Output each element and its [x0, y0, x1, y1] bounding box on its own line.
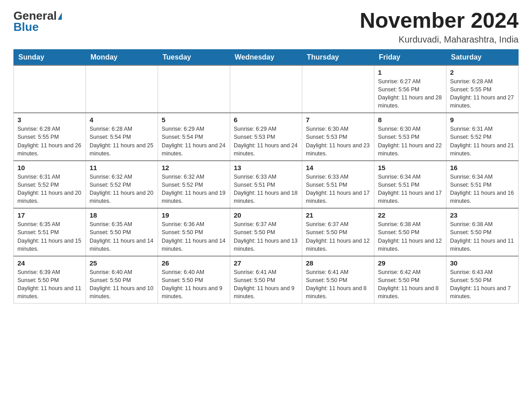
day-info: Sunrise: 6:28 AMSunset: 5:55 PMDaylight:…	[450, 77, 515, 110]
day-cell	[302, 65, 374, 113]
day-info: Sunrise: 6:40 AMSunset: 5:50 PMDaylight:…	[90, 268, 154, 301]
day-cell: 4Sunrise: 6:28 AMSunset: 5:54 PMDaylight…	[86, 113, 158, 161]
day-number: 14	[306, 164, 370, 171]
day-cell: 11Sunrise: 6:32 AMSunset: 5:52 PMDayligh…	[86, 161, 158, 209]
day-cell: 17Sunrise: 6:35 AMSunset: 5:51 PMDayligh…	[14, 208, 86, 256]
day-info: Sunrise: 6:27 AMSunset: 5:56 PMDaylight:…	[378, 77, 442, 110]
day-cell: 29Sunrise: 6:42 AMSunset: 5:50 PMDayligh…	[374, 256, 446, 304]
day-number: 8	[378, 116, 442, 124]
day-cell: 2Sunrise: 6:28 AMSunset: 5:55 PMDaylight…	[446, 65, 519, 113]
week-row-3: 10Sunrise: 6:31 AMSunset: 5:52 PMDayligh…	[14, 161, 519, 209]
day-cell: 22Sunrise: 6:38 AMSunset: 5:50 PMDayligh…	[374, 208, 446, 256]
day-number: 11	[90, 164, 154, 171]
day-info: Sunrise: 6:29 AMSunset: 5:54 PMDaylight:…	[162, 125, 226, 158]
day-info: Sunrise: 6:43 AMSunset: 5:50 PMDaylight:…	[450, 268, 515, 301]
day-number: 15	[378, 164, 442, 171]
day-info: Sunrise: 6:40 AMSunset: 5:50 PMDaylight:…	[162, 268, 226, 301]
day-cell: 8Sunrise: 6:30 AMSunset: 5:53 PMDaylight…	[374, 113, 446, 161]
day-number: 23	[450, 211, 515, 219]
header-row: SundayMondayTuesdayWednesdayThursdayFrid…	[14, 49, 519, 65]
day-cell: 30Sunrise: 6:43 AMSunset: 5:50 PMDayligh…	[446, 256, 519, 304]
day-cell: 15Sunrise: 6:34 AMSunset: 5:51 PMDayligh…	[374, 161, 446, 209]
day-cell: 3Sunrise: 6:28 AMSunset: 5:55 PMDaylight…	[14, 113, 86, 161]
title-area: November 2024 Kurduvadi, Maharashtra, In…	[360, 9, 519, 45]
header-day-wednesday: Wednesday	[230, 49, 302, 65]
day-cell	[158, 65, 230, 113]
day-cell: 24Sunrise: 6:39 AMSunset: 5:50 PMDayligh…	[14, 256, 86, 304]
day-number: 2	[450, 68, 515, 76]
week-row-2: 3Sunrise: 6:28 AMSunset: 5:55 PMDaylight…	[14, 113, 519, 161]
day-info: Sunrise: 6:42 AMSunset: 5:50 PMDaylight:…	[378, 268, 442, 301]
calendar-subtitle: Kurduvadi, Maharashtra, India	[360, 34, 519, 45]
day-cell: 18Sunrise: 6:35 AMSunset: 5:50 PMDayligh…	[86, 208, 158, 256]
day-number: 20	[234, 211, 298, 219]
day-info: Sunrise: 6:34 AMSunset: 5:51 PMDaylight:…	[378, 173, 442, 206]
day-info: Sunrise: 6:29 AMSunset: 5:53 PMDaylight:…	[234, 125, 298, 158]
page-header: General Blue November 2024 Kurduvadi, Ma…	[13, 9, 519, 45]
header-day-saturday: Saturday	[446, 49, 519, 65]
day-cell	[14, 65, 86, 113]
day-number: 17	[17, 211, 82, 219]
day-info: Sunrise: 6:36 AMSunset: 5:50 PMDaylight:…	[162, 220, 226, 253]
day-info: Sunrise: 6:30 AMSunset: 5:53 PMDaylight:…	[378, 125, 442, 158]
header-day-monday: Monday	[86, 49, 158, 65]
day-number: 29	[378, 259, 442, 267]
day-number: 26	[162, 259, 226, 267]
header-day-thursday: Thursday	[302, 49, 374, 65]
week-row-1: 1Sunrise: 6:27 AMSunset: 5:56 PMDaylight…	[14, 65, 519, 113]
header-day-sunday: Sunday	[14, 49, 86, 65]
day-info: Sunrise: 6:33 AMSunset: 5:51 PMDaylight:…	[234, 173, 298, 206]
day-cell: 10Sunrise: 6:31 AMSunset: 5:52 PMDayligh…	[14, 161, 86, 209]
day-info: Sunrise: 6:31 AMSunset: 5:52 PMDaylight:…	[450, 125, 515, 158]
day-number: 16	[450, 164, 515, 171]
day-cell: 26Sunrise: 6:40 AMSunset: 5:50 PMDayligh…	[158, 256, 230, 304]
day-cell: 1Sunrise: 6:27 AMSunset: 5:56 PMDaylight…	[374, 65, 446, 113]
day-cell: 28Sunrise: 6:41 AMSunset: 5:50 PMDayligh…	[302, 256, 374, 304]
day-info: Sunrise: 6:37 AMSunset: 5:50 PMDaylight:…	[234, 220, 298, 253]
day-cell: 20Sunrise: 6:37 AMSunset: 5:50 PMDayligh…	[230, 208, 302, 256]
day-cell: 12Sunrise: 6:32 AMSunset: 5:52 PMDayligh…	[158, 161, 230, 209]
calendar-table: SundayMondayTuesdayWednesdayThursdayFrid…	[13, 49, 519, 304]
day-cell: 23Sunrise: 6:38 AMSunset: 5:50 PMDayligh…	[446, 208, 519, 256]
day-number: 21	[306, 211, 370, 219]
day-cell: 9Sunrise: 6:31 AMSunset: 5:52 PMDaylight…	[446, 113, 519, 161]
day-number: 6	[234, 116, 298, 124]
day-info: Sunrise: 6:28 AMSunset: 5:55 PMDaylight:…	[17, 125, 82, 158]
day-cell: 14Sunrise: 6:33 AMSunset: 5:51 PMDayligh…	[302, 161, 374, 209]
day-number: 1	[378, 68, 442, 76]
day-info: Sunrise: 6:35 AMSunset: 5:51 PMDaylight:…	[17, 220, 82, 253]
day-cell: 27Sunrise: 6:41 AMSunset: 5:50 PMDayligh…	[230, 256, 302, 304]
day-number: 7	[306, 116, 370, 124]
day-cell: 19Sunrise: 6:36 AMSunset: 5:50 PMDayligh…	[158, 208, 230, 256]
logo-triangle-icon	[58, 13, 62, 20]
day-number: 4	[90, 116, 154, 124]
day-info: Sunrise: 6:32 AMSunset: 5:52 PMDaylight:…	[90, 173, 154, 206]
day-number: 30	[450, 259, 515, 267]
day-info: Sunrise: 6:38 AMSunset: 5:50 PMDaylight:…	[378, 220, 442, 253]
week-row-5: 24Sunrise: 6:39 AMSunset: 5:50 PMDayligh…	[14, 256, 519, 304]
day-number: 25	[90, 259, 154, 267]
day-info: Sunrise: 6:30 AMSunset: 5:53 PMDaylight:…	[306, 125, 370, 158]
day-info: Sunrise: 6:41 AMSunset: 5:50 PMDaylight:…	[306, 268, 370, 301]
day-number: 22	[378, 211, 442, 219]
day-number: 18	[90, 211, 154, 219]
day-number: 5	[162, 116, 226, 124]
day-info: Sunrise: 6:33 AMSunset: 5:51 PMDaylight:…	[306, 173, 370, 206]
day-info: Sunrise: 6:39 AMSunset: 5:50 PMDaylight:…	[17, 268, 82, 301]
day-info: Sunrise: 6:31 AMSunset: 5:52 PMDaylight:…	[17, 173, 82, 206]
header-day-friday: Friday	[374, 49, 446, 65]
day-info: Sunrise: 6:37 AMSunset: 5:50 PMDaylight:…	[306, 220, 370, 253]
day-cell: 7Sunrise: 6:30 AMSunset: 5:53 PMDaylight…	[302, 113, 374, 161]
day-number: 3	[17, 116, 82, 124]
day-info: Sunrise: 6:35 AMSunset: 5:50 PMDaylight:…	[90, 220, 154, 253]
day-number: 13	[234, 164, 298, 171]
day-cell: 13Sunrise: 6:33 AMSunset: 5:51 PMDayligh…	[230, 161, 302, 209]
logo-blue-text: Blue	[13, 20, 39, 34]
week-row-4: 17Sunrise: 6:35 AMSunset: 5:51 PMDayligh…	[14, 208, 519, 256]
day-info: Sunrise: 6:41 AMSunset: 5:50 PMDaylight:…	[234, 268, 298, 301]
calendar-title: November 2024	[360, 9, 519, 33]
day-number: 9	[450, 116, 515, 124]
day-cell: 16Sunrise: 6:34 AMSunset: 5:51 PMDayligh…	[446, 161, 519, 209]
day-cell: 21Sunrise: 6:37 AMSunset: 5:50 PMDayligh…	[302, 208, 374, 256]
day-info: Sunrise: 6:28 AMSunset: 5:54 PMDaylight:…	[90, 125, 154, 158]
